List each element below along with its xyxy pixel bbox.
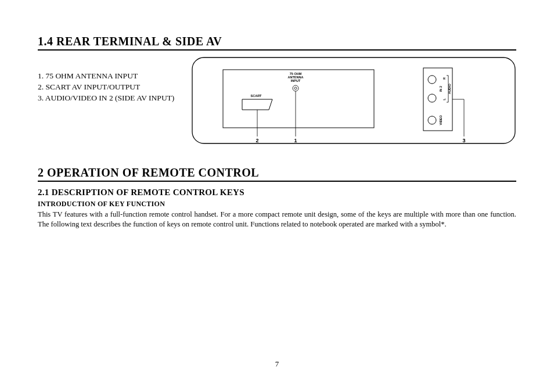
list-item: 2. SCART AV INPUT/OUTPUT	[38, 82, 191, 93]
section-1-content-row: 1. 75 OHM ANTENNA INPUT 2. SCART AV INPU…	[38, 56, 516, 152]
antenna-socket-icon	[294, 87, 297, 89]
antenna-label: INPUT	[291, 79, 301, 82]
section-2-heading: 2 OPERATION OF REMOTE CONTROL	[38, 166, 516, 182]
av-jack-icon	[428, 75, 436, 84]
intro-heading: INTRODUCTION OF KEY FUNCTION	[38, 200, 516, 208]
side-av-panel-icon	[423, 68, 452, 131]
body-paragraph: This TV features with a full-function re…	[38, 210, 516, 229]
rear-terminal-diagram: 75 OHM ANTENNA INPUT SCART 2 1	[191, 56, 516, 152]
section-2-1-heading: 2.1 DESCRIPTION OF REMOTE CONTROL KEYS	[38, 188, 516, 197]
antenna-socket-icon	[293, 85, 298, 91]
callout-number: 3	[462, 138, 465, 143]
av-jack-icon	[428, 116, 436, 124]
side-label: AUDIO	[448, 83, 451, 93]
side-label: VIDEO	[439, 115, 443, 125]
side-label: IN 2	[439, 86, 443, 92]
callout-number: 1	[294, 138, 297, 143]
side-label: R	[443, 77, 446, 80]
section-1-heading: 1.4 REAR TERMINAL & SIDE AV	[38, 35, 516, 51]
av-jack-icon	[428, 94, 436, 102]
panel-outline-icon	[192, 57, 515, 143]
list-item: 3. AUDIO/VIDEO IN 2 (SIDE AV INPUT)	[38, 93, 191, 104]
callout-number: 2	[256, 138, 258, 143]
terminal-list: 1. 75 OHM ANTENNA INPUT 2. SCART AV INPU…	[38, 56, 191, 104]
side-label: L	[443, 98, 446, 100]
scart-label: SCART	[251, 94, 262, 98]
manual-page: 1.4 REAR TERMINAL & SIDE AV 1. 75 OHM AN…	[0, 0, 554, 229]
scart-socket-icon	[242, 99, 272, 110]
list-item: 1. 75 OHM ANTENNA INPUT	[38, 71, 191, 82]
page-number: 7	[0, 359, 554, 369]
